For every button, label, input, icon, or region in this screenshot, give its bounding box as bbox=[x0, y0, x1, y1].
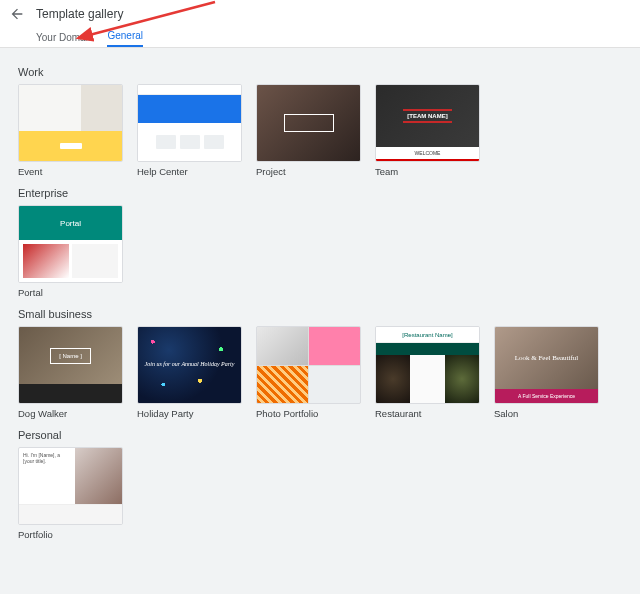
cards-small-business: [ Name ] Dog Walker Join us for our Annu… bbox=[18, 326, 622, 419]
thumb-holiday-party: Join us for our Annual Holiday Party bbox=[137, 326, 242, 404]
thumb-salon: Look & Feel Beautiful A Full Service Exp… bbox=[494, 326, 599, 404]
cards-work: Event Help Center Project [TEAM NAME] WE… bbox=[18, 84, 622, 177]
card-label: Portal bbox=[18, 287, 123, 298]
template-card-restaurant[interactable]: [Restaurant Name] Restaurant bbox=[375, 326, 480, 419]
thumb-restaurant: [Restaurant Name] bbox=[375, 326, 480, 404]
template-card-salon[interactable]: Look & Feel Beautiful A Full Service Exp… bbox=[494, 326, 599, 419]
template-card-help-center[interactable]: Help Center bbox=[137, 84, 242, 177]
tabs: Your Domain General bbox=[8, 27, 640, 47]
thumb-portfolio: Hi. I'm [Name], a [your title]. bbox=[18, 447, 123, 525]
thumb-dog-walker: [ Name ] bbox=[18, 326, 123, 404]
section-title-personal: Personal bbox=[18, 429, 622, 441]
tab-your-domain[interactable]: Your Domain bbox=[36, 32, 93, 47]
card-label: Salon bbox=[494, 408, 599, 419]
template-card-event[interactable]: Event bbox=[18, 84, 123, 177]
card-label: Holiday Party bbox=[137, 408, 242, 419]
template-card-portal[interactable]: Portal Portal bbox=[18, 205, 123, 298]
section-title-small-business: Small business bbox=[18, 308, 622, 320]
thumb-help-center bbox=[137, 84, 242, 162]
card-label: Help Center bbox=[137, 166, 242, 177]
section-title-enterprise: Enterprise bbox=[18, 187, 622, 199]
cards-personal: Hi. I'm [Name], a [your title]. Portfoli… bbox=[18, 447, 622, 540]
thumb-photo-portfolio bbox=[256, 326, 361, 404]
card-label: Photo Portfolio bbox=[256, 408, 361, 419]
thumb-portal: Portal bbox=[18, 205, 123, 283]
cards-enterprise: Portal Portal bbox=[18, 205, 622, 298]
thumb-project bbox=[256, 84, 361, 162]
card-label: Portfolio bbox=[18, 529, 123, 540]
header: Template gallery Your Domain General bbox=[0, 0, 640, 48]
tab-general[interactable]: General bbox=[107, 30, 143, 47]
template-card-project[interactable]: Project bbox=[256, 84, 361, 177]
template-card-holiday-party[interactable]: Join us for our Annual Holiday Party Hol… bbox=[137, 326, 242, 419]
page-title: Template gallery bbox=[36, 7, 123, 21]
card-label: Team bbox=[375, 166, 480, 177]
section-title-work: Work bbox=[18, 66, 622, 78]
thumb-team: [TEAM NAME] WELCOME bbox=[375, 84, 480, 162]
template-card-dog-walker[interactable]: [ Name ] Dog Walker bbox=[18, 326, 123, 419]
template-card-photo-portfolio[interactable]: Photo Portfolio bbox=[256, 326, 361, 419]
template-card-team[interactable]: [TEAM NAME] WELCOME Team bbox=[375, 84, 480, 177]
template-card-portfolio[interactable]: Hi. I'm [Name], a [your title]. Portfoli… bbox=[18, 447, 123, 540]
card-label: Event bbox=[18, 166, 123, 177]
card-label: Restaurant bbox=[375, 408, 480, 419]
thumb-event bbox=[18, 84, 123, 162]
back-arrow-icon[interactable] bbox=[8, 5, 26, 23]
card-label: Dog Walker bbox=[18, 408, 123, 419]
content-area: Work Event Help Center Project [TEAM NAM… bbox=[0, 48, 640, 594]
card-label: Project bbox=[256, 166, 361, 177]
